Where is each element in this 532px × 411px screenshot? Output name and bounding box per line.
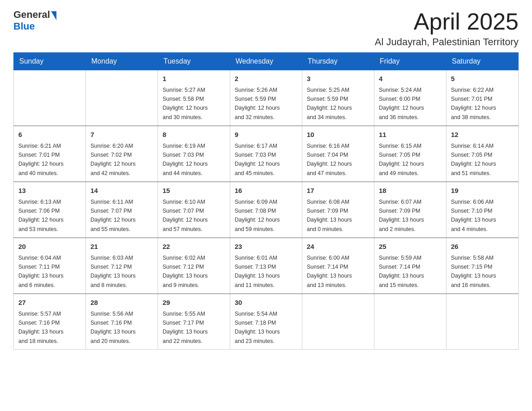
weekday-header-row: SundayMondayTuesdayWednesdayThursdayFrid… — [14, 53, 519, 70]
calendar-table: SundayMondayTuesdayWednesdayThursdayFrid… — [13, 52, 519, 350]
day-number: 11 — [379, 130, 442, 140]
day-number: 25 — [379, 242, 442, 252]
calendar-cell: 28Sunrise: 5:56 AMSunset: 7:16 PMDayligh… — [86, 294, 158, 350]
day-info: Sunrise: 6:14 AMSunset: 7:05 PMDaylight:… — [451, 143, 496, 176]
calendar-cell: 16Sunrise: 6:09 AMSunset: 7:08 PMDayligh… — [230, 182, 302, 238]
week-row-3: 13Sunrise: 6:13 AMSunset: 7:06 PMDayligh… — [14, 182, 519, 238]
weekday-header-wednesday: Wednesday — [230, 53, 302, 70]
day-info: Sunrise: 6:04 AMSunset: 7:11 PMDaylight:… — [18, 255, 64, 288]
calendar-cell: 23Sunrise: 6:01 AMSunset: 7:13 PMDayligh… — [230, 238, 302, 294]
week-row-2: 6Sunrise: 6:21 AMSunset: 7:01 PMDaylight… — [14, 126, 519, 182]
day-info: Sunrise: 6:03 AMSunset: 7:12 PMDaylight:… — [90, 255, 136, 288]
logo-general-text: General — [13, 9, 50, 21]
calendar-cell: 29Sunrise: 5:55 AMSunset: 7:17 PMDayligh… — [158, 294, 230, 350]
day-info: Sunrise: 6:13 AMSunset: 7:06 PMDaylight:… — [18, 199, 64, 232]
calendar-cell: 30Sunrise: 5:54 AMSunset: 7:18 PMDayligh… — [230, 294, 302, 350]
day-info: Sunrise: 6:11 AMSunset: 7:07 PMDaylight:… — [90, 199, 136, 232]
day-info: Sunrise: 6:16 AMSunset: 7:04 PMDaylight:… — [307, 143, 352, 176]
day-number: 6 — [18, 130, 81, 140]
day-info: Sunrise: 6:01 AMSunset: 7:13 PMDaylight:… — [235, 255, 280, 288]
day-number: 9 — [235, 130, 297, 140]
week-row-5: 27Sunrise: 5:57 AMSunset: 7:16 PMDayligh… — [14, 294, 519, 350]
day-number: 17 — [307, 186, 369, 196]
calendar-cell: 10Sunrise: 6:16 AMSunset: 7:04 PMDayligh… — [302, 126, 374, 182]
day-info: Sunrise: 5:55 AMSunset: 7:17 PMDaylight:… — [163, 311, 208, 344]
month-title: April 2025 — [375, 9, 519, 34]
day-number: 15 — [163, 186, 225, 196]
day-number: 7 — [90, 130, 153, 140]
day-number: 30 — [235, 298, 297, 308]
weekday-header-monday: Monday — [86, 53, 158, 70]
calendar-cell: 13Sunrise: 6:13 AMSunset: 7:06 PMDayligh… — [14, 182, 86, 238]
day-number: 13 — [18, 186, 81, 196]
day-info: Sunrise: 6:19 AMSunset: 7:03 PMDaylight:… — [163, 143, 208, 176]
day-info: Sunrise: 6:22 AMSunset: 7:01 PMDaylight:… — [451, 87, 496, 120]
day-number: 27 — [18, 298, 81, 308]
weekday-header-tuesday: Tuesday — [158, 53, 230, 70]
day-info: Sunrise: 6:08 AMSunset: 7:09 PMDaylight:… — [307, 199, 352, 232]
day-number: 12 — [451, 130, 514, 140]
calendar-cell — [302, 294, 374, 350]
day-number: 2 — [235, 74, 297, 84]
calendar-cell: 27Sunrise: 5:57 AMSunset: 7:16 PMDayligh… — [14, 294, 86, 350]
day-number: 28 — [90, 298, 153, 308]
weekday-header-friday: Friday — [374, 53, 446, 70]
day-info: Sunrise: 6:09 AMSunset: 7:08 PMDaylight:… — [235, 199, 280, 232]
day-info: Sunrise: 6:20 AMSunset: 7:02 PMDaylight:… — [90, 143, 136, 176]
calendar-cell: 9Sunrise: 6:17 AMSunset: 7:03 PMDaylight… — [230, 126, 302, 182]
location-title: Al Judayrah, Palestinian Territory — [375, 36, 519, 48]
page-header: General Blue April 2025 Al Judayrah, Pal… — [13, 9, 519, 48]
day-number: 24 — [307, 242, 369, 252]
day-number: 5 — [451, 74, 514, 84]
day-number: 20 — [18, 242, 81, 252]
day-number: 1 — [163, 74, 225, 84]
calendar-cell — [86, 70, 158, 126]
day-info: Sunrise: 6:10 AMSunset: 7:07 PMDaylight:… — [163, 199, 208, 232]
day-info: Sunrise: 5:59 AMSunset: 7:14 PMDaylight:… — [379, 255, 424, 288]
calendar-cell: 4Sunrise: 5:24 AMSunset: 6:00 PMDaylight… — [374, 70, 446, 126]
day-info: Sunrise: 6:06 AMSunset: 7:10 PMDaylight:… — [451, 199, 496, 232]
day-info: Sunrise: 6:07 AMSunset: 7:09 PMDaylight:… — [379, 199, 424, 232]
calendar-cell: 24Sunrise: 6:00 AMSunset: 7:14 PMDayligh… — [302, 238, 374, 294]
day-info: Sunrise: 6:15 AMSunset: 7:05 PMDaylight:… — [379, 143, 424, 176]
calendar-cell: 26Sunrise: 5:58 AMSunset: 7:15 PMDayligh… — [446, 238, 519, 294]
calendar-cell: 6Sunrise: 6:21 AMSunset: 7:01 PMDaylight… — [14, 126, 86, 182]
week-row-1: 1Sunrise: 5:27 AMSunset: 5:58 PMDaylight… — [14, 70, 519, 126]
calendar-cell: 8Sunrise: 6:19 AMSunset: 7:03 PMDaylight… — [158, 126, 230, 182]
calendar-cell: 18Sunrise: 6:07 AMSunset: 7:09 PMDayligh… — [374, 182, 446, 238]
day-info: Sunrise: 5:57 AMSunset: 7:16 PMDaylight:… — [18, 311, 64, 344]
weekday-header-sunday: Sunday — [14, 53, 86, 70]
calendar-cell: 3Sunrise: 5:25 AMSunset: 5:59 PMDaylight… — [302, 70, 374, 126]
calendar-cell: 11Sunrise: 6:15 AMSunset: 7:05 PMDayligh… — [374, 126, 446, 182]
calendar-cell: 21Sunrise: 6:03 AMSunset: 7:12 PMDayligh… — [86, 238, 158, 294]
day-number: 19 — [451, 186, 514, 196]
day-number: 18 — [379, 186, 442, 196]
calendar-cell — [374, 294, 446, 350]
weekday-header-thursday: Thursday — [302, 53, 374, 70]
title-block: April 2025 Al Judayrah, Palestinian Terr… — [375, 9, 519, 48]
day-info: Sunrise: 5:54 AMSunset: 7:18 PMDaylight:… — [235, 311, 280, 344]
day-info: Sunrise: 5:27 AMSunset: 5:58 PMDaylight:… — [163, 87, 208, 120]
calendar-cell: 5Sunrise: 6:22 AMSunset: 7:01 PMDaylight… — [446, 70, 519, 126]
day-number: 23 — [235, 242, 297, 252]
day-number: 21 — [90, 242, 153, 252]
calendar-cell — [14, 70, 86, 126]
day-number: 26 — [451, 242, 514, 252]
day-number: 8 — [163, 130, 225, 140]
logo: General Blue — [13, 9, 56, 32]
calendar-cell: 1Sunrise: 5:27 AMSunset: 5:58 PMDaylight… — [158, 70, 230, 126]
day-number: 16 — [235, 186, 297, 196]
day-info: Sunrise: 5:58 AMSunset: 7:15 PMDaylight:… — [451, 255, 496, 288]
day-info: Sunrise: 5:26 AMSunset: 5:59 PMDaylight:… — [235, 87, 280, 120]
calendar-cell: 15Sunrise: 6:10 AMSunset: 7:07 PMDayligh… — [158, 182, 230, 238]
day-info: Sunrise: 5:56 AMSunset: 7:16 PMDaylight:… — [90, 311, 136, 344]
calendar-cell: 19Sunrise: 6:06 AMSunset: 7:10 PMDayligh… — [446, 182, 519, 238]
calendar-cell — [446, 294, 519, 350]
weekday-header-saturday: Saturday — [446, 53, 519, 70]
day-info: Sunrise: 5:25 AMSunset: 5:59 PMDaylight:… — [307, 87, 352, 120]
logo-blue-text: Blue — [13, 21, 35, 32]
day-info: Sunrise: 6:00 AMSunset: 7:14 PMDaylight:… — [307, 255, 352, 288]
calendar-cell: 22Sunrise: 6:02 AMSunset: 7:12 PMDayligh… — [158, 238, 230, 294]
day-number: 3 — [307, 74, 369, 84]
day-number: 14 — [90, 186, 153, 196]
